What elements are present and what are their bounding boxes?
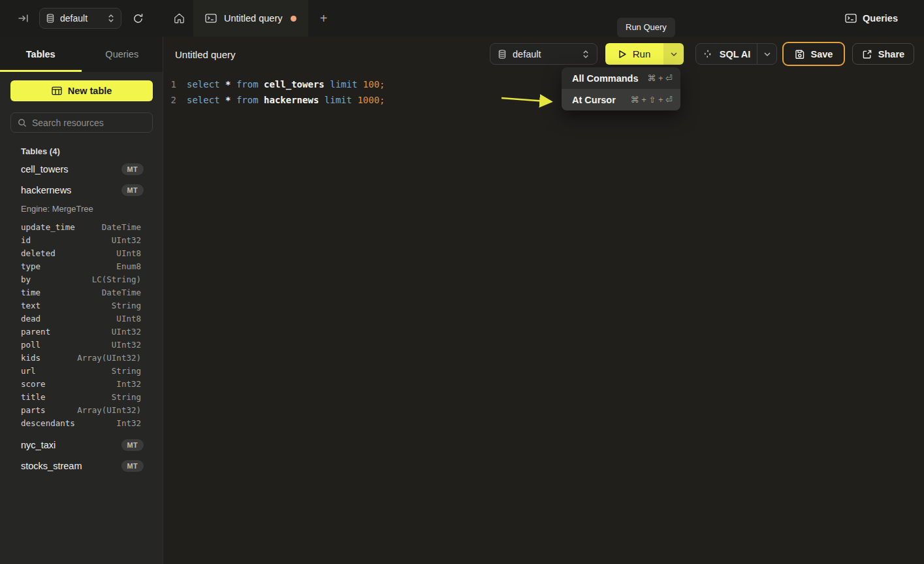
column-row: timeDateTime: [10, 286, 152, 299]
top-bar: default Untitled query +: [0, 0, 924, 37]
toolbar-database-selector[interactable]: default: [490, 43, 597, 65]
column-name: parts: [21, 405, 46, 415]
token-plain: [357, 79, 362, 90]
menu-item-shortcut: ⌘ + ⇧ + ⏎: [631, 95, 673, 105]
column-name: parent: [21, 327, 50, 337]
home-icon: [173, 12, 185, 24]
search-resources-input[interactable]: [32, 118, 150, 128]
column-row: urlString: [10, 364, 152, 377]
column-row: descendantsInt32: [10, 416, 152, 429]
query-toolbar: Untitled query default Run SQL AI: [163, 37, 924, 72]
terminal-icon: [205, 13, 217, 24]
queries-button-label: Queries: [863, 13, 898, 24]
column-name: deleted: [21, 248, 56, 258]
home-button[interactable]: [170, 0, 188, 37]
active-tab-underline: [0, 70, 82, 72]
column-row: textString: [10, 299, 152, 312]
sql-ai-button[interactable]: SQL AI: [696, 44, 757, 64]
engine-badge: MT: [121, 460, 144, 472]
code-text: select * from cell_towers limit 100;: [187, 76, 385, 92]
sql-ai-options-button[interactable]: [757, 44, 776, 64]
column-name: id: [21, 235, 31, 245]
save-button[interactable]: Save: [782, 42, 845, 66]
new-table-button[interactable]: New table: [10, 80, 153, 101]
column-row: parentUInt32: [10, 325, 152, 338]
column-name: url: [21, 366, 36, 376]
column-row: byLC(String): [10, 273, 152, 286]
column-type: String: [112, 366, 141, 376]
refresh-icon: [132, 12, 144, 25]
token-bold: hackernews: [264, 95, 319, 105]
collapse-sidebar-button[interactable]: [14, 10, 31, 27]
refresh-button[interactable]: [128, 8, 148, 28]
token-plain: [325, 79, 330, 90]
tab-strip: Untitled query +: [163, 0, 333, 37]
tab-untitled-query[interactable]: Untitled query: [193, 0, 308, 37]
token-number: ;: [379, 79, 385, 90]
column-name: by: [21, 274, 31, 284]
queries-button[interactable]: Queries: [845, 0, 898, 37]
table-row-stocks_stream[interactable]: stocks_streamMT: [10, 456, 152, 476]
sidebar-tab-queries[interactable]: Queries: [82, 37, 163, 72]
token-keyword: select: [187, 79, 220, 90]
unsaved-changes-indicator: [291, 16, 296, 22]
column-type: LC(String): [92, 274, 141, 284]
menu-item-label: At Cursor: [572, 95, 616, 105]
sidebar-tab-tables[interactable]: Tables: [0, 37, 82, 72]
column-name: time: [21, 288, 40, 297]
share-icon: [862, 49, 872, 59]
column-row: kidsArray(UInt32): [10, 351, 152, 364]
token-number: ;: [379, 95, 385, 105]
token-plain: [319, 95, 324, 105]
table-row-hackernews[interactable]: hackernewsMT: [10, 180, 152, 201]
token-number: 100: [363, 79, 379, 90]
column-name: title: [21, 392, 46, 402]
sparkles-icon: [703, 49, 713, 59]
tab-label: Untitled query: [224, 13, 282, 24]
token-number: 1000: [357, 95, 379, 105]
column-name: dead: [21, 314, 40, 323]
spacer: [10, 429, 152, 435]
engine-badge: MT: [121, 163, 144, 175]
column-row: typeEnum8: [10, 259, 152, 273]
table-row-nyc_taxi[interactable]: nyc_taxiMT: [10, 435, 152, 456]
column-name: type: [21, 261, 40, 271]
share-button[interactable]: Share: [852, 43, 914, 65]
table-name: nyc_taxi: [21, 440, 56, 450]
column-type: Int32: [116, 379, 141, 389]
tables-section-title: Tables (4): [10, 146, 152, 156]
column-type: UInt32: [112, 340, 141, 350]
search-box: [10, 112, 153, 133]
token-bold: cell_towers: [264, 79, 325, 90]
token-keyword: limit: [325, 95, 352, 105]
query-title: Untitled query: [175, 37, 236, 72]
line-number: 1: [163, 76, 176, 92]
token-plain: [259, 95, 264, 105]
column-type: Array(UInt32): [77, 353, 141, 363]
menu-item-all-commands[interactable]: All Commands⌘ + ⏎: [562, 67, 680, 89]
engine-badge: MT: [121, 439, 144, 451]
table-grid-icon: [52, 86, 62, 95]
play-icon: [618, 50, 626, 59]
column-type: String: [112, 392, 141, 402]
token-plain: [259, 79, 264, 90]
sql-editor[interactable]: 1select * from cell_towers limit 100;2se…: [163, 72, 924, 564]
sidebar-tabs: Tables Queries: [0, 37, 163, 72]
topbar-database-selector[interactable]: default: [39, 8, 121, 29]
sidebar: Tables Queries New table Tables (4) cell…: [0, 37, 163, 564]
sidebar-body: New table Tables (4) cell_towersMThacker…: [0, 72, 163, 476]
code-line[interactable]: 1select * from cell_towers limit 100;: [163, 76, 924, 92]
run-button[interactable]: Run: [605, 43, 663, 65]
topbar-spacer: [333, 0, 845, 37]
engine-label: Engine: MergeTree: [10, 201, 152, 216]
new-tab-button[interactable]: +: [313, 0, 333, 37]
collapse-sidebar-icon: [18, 14, 29, 23]
token-plain: [220, 79, 225, 90]
column-name: kids: [21, 353, 40, 363]
run-options-button[interactable]: [663, 43, 684, 65]
menu-item-at-cursor[interactable]: At Cursor⌘ + ⇧ + ⏎: [562, 89, 680, 110]
table-row-cell_towers[interactable]: cell_towersMT: [10, 159, 152, 180]
column-row: titleString: [10, 390, 152, 403]
line-number: 2: [163, 92, 176, 108]
tables-list: cell_towersMThackernewsMTEngine: MergeTr…: [10, 159, 152, 476]
